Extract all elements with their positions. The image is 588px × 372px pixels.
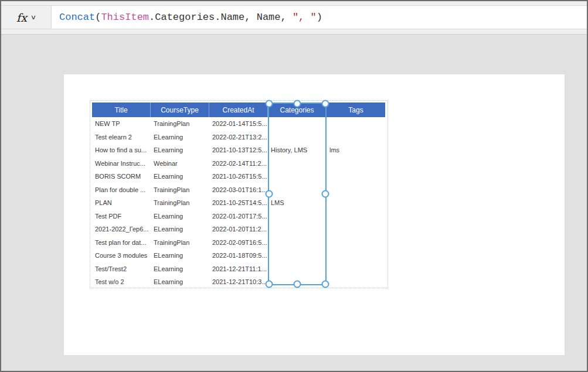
cell-categories — [268, 236, 327, 250]
cell-title: Test PDF — [92, 210, 151, 223]
cell-created_at: 2021-10-25T14:5... — [209, 196, 268, 210]
table-row[interactable]: Test elearn 2ELearning2022-02-21T13:2... — [92, 131, 385, 144]
cell-title: How to find a su... — [92, 144, 151, 157]
cell-tags — [327, 262, 385, 276]
cell-categories: History, LMS — [268, 144, 327, 157]
cell-course_type: ELearning — [151, 144, 209, 157]
formula-bar-top-strip — [1, 1, 587, 6]
cell-created_at: 2021-10-26T15:5... — [209, 170, 268, 183]
cell-tags — [327, 131, 385, 144]
selection-handle-top-right[interactable] — [322, 100, 329, 108]
cell-categories — [268, 210, 327, 223]
selection-handle-middle-right[interactable] — [322, 190, 329, 198]
table-row[interactable]: Webinar Instruc...Webinar2022-02-14T11:2… — [92, 157, 385, 170]
cell-title: Test elearn 2 — [92, 131, 151, 144]
formula-bar: fx ∨ Concat(ThisItem.Categories.Name, Na… — [1, 6, 587, 29]
cell-categories — [268, 183, 327, 197]
cell-created_at: 2021-12-21T10:3... — [209, 275, 268, 285]
cell-created_at: 2022-01-14T15:5... — [209, 117, 268, 131]
cell-created_at: 2021-12-21T11:1... — [209, 262, 268, 276]
cell-tags — [327, 170, 385, 183]
cell-course_type: ELearning — [151, 275, 209, 285]
cell-created_at: 2022-03-01T16:1... — [209, 183, 268, 197]
cell-course_type: ELearning — [151, 210, 209, 223]
cell-created_at: 2022-01-18T09:5... — [209, 249, 268, 262]
table-row[interactable]: PLANTrainingPlan2021-10-25T14:5...LMS — [92, 196, 385, 210]
cell-categories: LMS — [268, 196, 327, 210]
cell-categories — [268, 170, 327, 183]
formula-token-function: Concat — [59, 12, 95, 23]
cell-course_type: ELearning — [151, 170, 209, 183]
cell-categories — [268, 262, 327, 276]
cell-tags: lms — [327, 144, 385, 157]
cell-course_type: ELearning — [151, 131, 209, 144]
column-header-title[interactable]: Title — [92, 103, 151, 117]
selection-handle-top-center[interactable] — [294, 100, 301, 108]
power-apps-editor-window: fx ∨ Concat(ThisItem.Categories.Name, Na… — [0, 0, 588, 372]
cell-course_type: TrainingPlan — [151, 236, 209, 250]
column-header-tags[interactable]: Tags — [327, 103, 385, 117]
cell-created_at: 2021-10-13T12:5... — [209, 144, 268, 157]
table-header-row: TitleCourseTypeCreatedAtCategoriesTags — [92, 103, 385, 117]
cell-tags — [327, 117, 385, 131]
table-row[interactable]: Course 3 modulesELearning2022-01-18T09:5… — [92, 249, 385, 262]
table-row[interactable]: Plan for double ...TrainingPlan2022-03-0… — [92, 183, 385, 197]
fx-dropdown-button[interactable]: fx ∨ — [1, 6, 52, 29]
selection-handle-top-left[interactable] — [266, 100, 273, 108]
cell-categories — [268, 249, 327, 262]
data-table-control[interactable]: TitleCourseTypeCreatedAtCategoriesTags N… — [92, 103, 385, 285]
formula-input[interactable]: Concat(ThisItem.Categories.Name, Name, "… — [52, 6, 587, 29]
formula-token-string: ", " — [293, 12, 317, 23]
cell-tags — [327, 249, 385, 262]
table-body: NEW TPTrainingPlan2022-01-14T15:5...Test… — [92, 117, 385, 285]
table-row[interactable]: How to find a su...ELearning2021-10-13T1… — [92, 144, 385, 157]
table-row[interactable]: 2021-2022_Гер6...ELearning2022-01-20T11:… — [92, 223, 385, 236]
chevron-down-icon: ∨ — [30, 13, 36, 21]
cell-created_at: 2022-01-20T17:5... — [209, 210, 268, 223]
formula-token-identifier: ThisItem — [101, 12, 149, 23]
cell-title: Plan for double ... — [92, 183, 151, 197]
cell-categories — [268, 131, 327, 144]
cell-created_at: 2022-02-14T11:2... — [209, 157, 268, 170]
selection-handle-bottom-center[interactable] — [294, 281, 301, 288]
cell-course_type: Webinar — [151, 157, 209, 170]
table-row[interactable]: BORIS SCORMELearning2021-10-26T15:5... — [92, 170, 385, 183]
cell-tags — [327, 223, 385, 236]
formula-token-plain: .Categories.Name, Name, — [149, 12, 293, 23]
selection-handle-bottom-left[interactable] — [266, 281, 273, 288]
cell-course_type: ELearning — [151, 262, 209, 276]
selection-handle-bottom-right[interactable] — [322, 281, 329, 288]
cell-title: Test plan for dat... — [92, 236, 151, 250]
table-row[interactable]: Test w/o 2ELearning2021-12-21T10:3... — [92, 275, 385, 285]
app-screen-canvas[interactable]: TitleCourseTypeCreatedAtCategoriesTags N… — [64, 74, 565, 355]
cell-categories — [268, 157, 327, 170]
table-row[interactable]: Test/Trest2ELearning2021-12-21T11:1... — [92, 262, 385, 276]
table-row[interactable]: NEW TPTrainingPlan2022-01-14T15:5... — [92, 117, 385, 131]
design-workspace: TitleCourseTypeCreatedAtCategoriesTags N… — [1, 35, 587, 371]
cell-course_type: ELearning — [151, 249, 209, 262]
cell-course_type: TrainingPlan — [151, 117, 209, 131]
cell-created_at: 2022-01-20T11:2... — [209, 223, 268, 236]
table-row[interactable]: Test plan for dat...TrainingPlan2022-02-… — [92, 236, 385, 250]
column-header-coursetype[interactable]: CourseType — [151, 103, 209, 117]
cell-title: 2021-2022_Гер6... — [92, 223, 151, 236]
cell-title: Course 3 modules — [92, 249, 151, 262]
cell-created_at: 2022-02-09T16:5... — [209, 236, 268, 250]
cell-tags — [327, 196, 385, 210]
cell-course_type: ELearning — [151, 223, 209, 236]
cell-tags — [327, 157, 385, 170]
column-header-createdat[interactable]: CreatedAt — [209, 103, 268, 117]
selection-handle-middle-left[interactable] — [266, 190, 273, 198]
fx-icon: fx — [16, 11, 27, 24]
cell-categories — [268, 117, 327, 131]
cell-tags — [327, 236, 385, 250]
table-row[interactable]: Test PDFELearning2022-01-20T17:5... — [92, 210, 385, 223]
cell-tags — [327, 275, 385, 285]
formula-token-plain: ( — [95, 12, 101, 23]
cell-title: BORIS SCORM — [92, 170, 151, 183]
cell-tags — [327, 183, 385, 197]
cell-created_at: 2022-02-21T13:2... — [209, 131, 268, 144]
cell-tags — [327, 210, 385, 223]
cell-categories — [268, 223, 327, 236]
formula-token-plain: ) — [317, 12, 322, 23]
